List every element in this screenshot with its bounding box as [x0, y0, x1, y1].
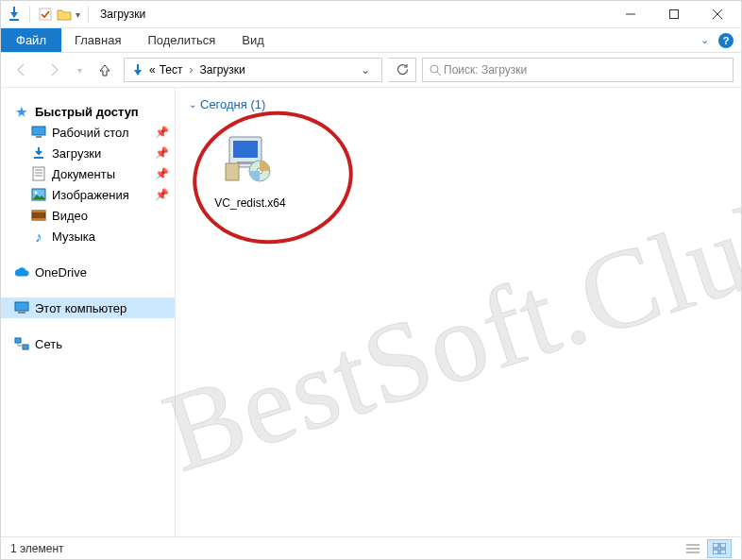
downloads-icon: [31, 145, 46, 161]
breadcrumb-2[interactable]: Загрузки: [200, 63, 245, 76]
back-button[interactable]: [8, 58, 35, 82]
minimize-button[interactable]: [609, 1, 652, 28]
file-label: VC_redist.x64: [198, 196, 302, 210]
qat-folder-icon[interactable]: [57, 7, 72, 22]
maximize-button[interactable]: [652, 1, 696, 28]
svg-rect-3: [670, 10, 679, 19]
qat-separator-2: [88, 6, 89, 23]
forward-button[interactable]: [41, 58, 67, 82]
star-icon: ★: [14, 104, 29, 119]
qat-checkbox-icon[interactable]: [38, 7, 53, 22]
svg-rect-19: [32, 218, 45, 220]
svg-rect-9: [36, 136, 42, 138]
help-icon[interactable]: ?: [718, 33, 734, 48]
documents-icon: [31, 166, 46, 181]
chevron-down-icon: ⌄: [189, 99, 196, 110]
qat-dropdown-icon[interactable]: ▾: [76, 9, 80, 20]
search-icon: [429, 63, 442, 76]
nav-label: Документы: [52, 167, 115, 181]
svg-point-16: [35, 192, 38, 195]
nav-videos[interactable]: Видео: [14, 205, 175, 226]
pin-icon: 📌: [155, 188, 169, 201]
up-button[interactable]: [92, 58, 118, 82]
svg-rect-20: [15, 302, 28, 311]
view-details-button[interactable]: [681, 539, 705, 558]
nav-label: Быстрый доступ: [35, 105, 139, 119]
svg-rect-22: [15, 338, 21, 343]
pin-icon: 📌: [155, 167, 169, 180]
pin-icon: 📌: [155, 146, 169, 160]
nav-label: Рабочий стол: [52, 126, 129, 140]
breadcrumb-sep-icon: ›: [190, 63, 194, 76]
svg-rect-27: [226, 163, 239, 180]
view-thumbnails-button[interactable]: [707, 539, 732, 558]
tab-share[interactable]: Поделиться: [134, 28, 228, 52]
app-icon: [7, 7, 22, 22]
breadcrumb-1[interactable]: Тест: [160, 63, 183, 76]
onedrive-icon: [14, 264, 29, 280]
svg-rect-33: [713, 543, 718, 548]
titlebar: ▾ Загрузки: [1, 1, 741, 28]
nav-label: Сеть: [35, 337, 62, 351]
network-icon: [14, 336, 29, 351]
installer-icon: [210, 125, 291, 191]
ribbon-tabs: Файл Главная Поделиться Вид ⌄ ?: [1, 28, 741, 53]
tab-view[interactable]: Вид: [228, 28, 278, 52]
nav-network[interactable]: Сеть: [14, 333, 175, 354]
nav-label: Изображения: [52, 188, 129, 202]
address-bar[interactable]: « Тест › Загрузки ⌄: [124, 58, 382, 82]
ribbon-expand-icon[interactable]: ⌄: [700, 34, 709, 46]
tab-file[interactable]: Файл: [1, 28, 61, 52]
music-icon: ♪: [31, 229, 46, 244]
nav-documents[interactable]: Документы 📌: [14, 163, 175, 184]
nav-label: Музыка: [52, 229, 95, 244]
qat-separator: [29, 6, 30, 23]
status-bar: 1 элемент: [1, 536, 741, 559]
nav-music[interactable]: ♪ Музыка: [14, 226, 175, 246]
search-input[interactable]: [442, 62, 727, 77]
nav-label: Этот компьютер: [35, 301, 126, 315]
recent-dropdown-icon[interactable]: ▾: [73, 58, 86, 82]
svg-rect-36: [720, 550, 726, 554]
this-pc-icon: [14, 300, 29, 315]
svg-rect-34: [720, 543, 726, 548]
content-area: ⌄ Сегодня (1): [176, 88, 741, 536]
svg-rect-21: [18, 312, 25, 314]
nav-quick-access[interactable]: ★ Быстрый доступ: [14, 101, 175, 122]
nav-label: OneDrive: [35, 265, 87, 280]
breadcrumb-prefix: «: [149, 63, 156, 76]
svg-rect-18: [32, 211, 45, 212]
nav-desktop[interactable]: Рабочий стол 📌: [14, 122, 175, 143]
desktop-icon: [31, 125, 46, 140]
address-history-dropdown-icon[interactable]: ⌄: [355, 63, 376, 76]
navigation-pane: ★ Быстрый доступ Рабочий стол 📌 Загрузки…: [1, 88, 176, 536]
svg-rect-11: [33, 167, 44, 180]
svg-point-6: [430, 65, 438, 73]
svg-rect-35: [713, 550, 718, 554]
svg-rect-8: [32, 127, 45, 135]
search-box[interactable]: [422, 58, 734, 82]
status-item-count: 1 элемент: [10, 542, 64, 555]
refresh-button[interactable]: [388, 58, 416, 82]
group-header[interactable]: ⌄ Сегодня (1): [189, 97, 728, 111]
pictures-icon: [31, 187, 46, 202]
nav-this-pc[interactable]: Этот компьютер: [1, 297, 175, 318]
videos-icon: [31, 208, 46, 223]
nav-pictures[interactable]: Изображения 📌: [14, 184, 175, 205]
window-title: Загрузки: [100, 8, 145, 21]
file-item[interactable]: VC_redist.x64: [198, 125, 302, 210]
nav-downloads[interactable]: Загрузки 📌: [14, 143, 175, 163]
svg-rect-0: [9, 19, 19, 21]
svg-rect-1: [40, 8, 51, 20]
svg-rect-25: [233, 141, 258, 158]
navigation-row: ▾ « Тест › Загрузки ⌄: [1, 53, 741, 87]
svg-line-7: [437, 72, 441, 76]
close-button[interactable]: [696, 1, 739, 28]
tab-home[interactable]: Главная: [61, 28, 134, 52]
pin-icon: 📌: [155, 126, 169, 139]
nav-onedrive[interactable]: OneDrive: [14, 262, 175, 282]
svg-rect-10: [34, 157, 43, 159]
address-folder-icon: [130, 62, 145, 77]
nav-label: Загрузки: [52, 146, 101, 161]
nav-label: Видео: [52, 209, 88, 223]
